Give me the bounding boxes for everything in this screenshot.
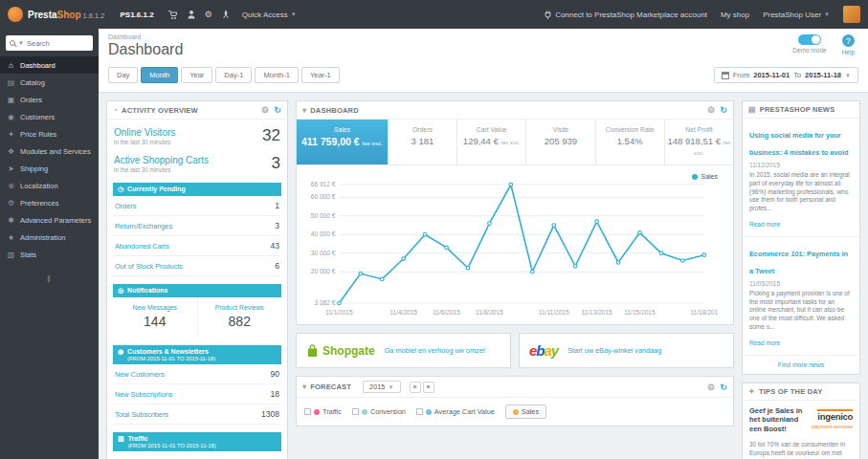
forecast-year-select[interactable]: 2015 ▼ [363, 381, 401, 393]
cart-icon[interactable] [167, 10, 178, 20]
modules-icon: ❖ [7, 147, 15, 156]
news-icon: ▤ [748, 105, 756, 114]
kpi-orders[interactable]: Orders 3 181 [389, 120, 457, 164]
sidebar-item-preferences[interactable]: ⚙Preferences [0, 194, 99, 211]
date-range-picker[interactable]: From2015-11-01 To2015-11-18 ▼ [714, 67, 858, 83]
module-promos: Shopgate Ga mobiel en verhoog uw omzet e… [296, 333, 734, 368]
shopgate-promo-card[interactable]: Shopgate Ga mobiel en verhoog uw omzet [296, 333, 511, 368]
filter-month-1-button[interactable]: Month-1 [255, 67, 299, 83]
sidebar: ▼ ⌂Dashboard ▤Catalog ▣Orders ◉Customers… [0, 29, 99, 459]
find-more-news-link[interactable]: Find more news [743, 356, 859, 374]
filter-day-1-button[interactable]: Day-1 [215, 67, 252, 83]
sidebar-item-orders[interactable]: ▣Orders [0, 91, 99, 108]
filter-month-button[interactable]: Month [141, 67, 178, 83]
news-title: PrestaShop News [760, 105, 835, 114]
kpi-visits[interactable]: Visits 205 939 [526, 120, 595, 164]
ebay-promo-card[interactable]: ebay Start uw eBay-winkel vandaag [519, 333, 734, 368]
forecast-traffic-toggle[interactable]: Traffic [304, 407, 342, 416]
quick-access-menu[interactable]: Quick Access ▼ [242, 11, 297, 19]
user-menu[interactable]: PrestaShop User ▼ [763, 11, 830, 19]
search-icon[interactable] [10, 40, 15, 46]
sidebar-item-modules[interactable]: ❖Modules and Services [0, 142, 99, 160]
shop-name-link[interactable]: PS1.6.1.2 [121, 11, 154, 19]
demo-mode-control[interactable]: Demo mode [792, 34, 826, 54]
legend-dot-icon [314, 409, 320, 415]
kpi-cart-value[interactable]: Cart Value 129,44 € tax exc. [457, 120, 526, 164]
sidebar-item-stats[interactable]: ▥Stats [0, 246, 99, 263]
customers-row-new-subscriptions[interactable]: New Subscriptions18 [113, 384, 281, 404]
ebay-cta-link[interactable]: Start uw eBay-winkel vandaag [568, 346, 661, 355]
new-messages-cell[interactable]: New Messages 144 [113, 297, 197, 338]
search-input[interactable] [27, 39, 84, 48]
gear-icon[interactable]: ⚙ [261, 105, 269, 115]
sidebar-item-customers[interactable]: ◉Customers [0, 108, 99, 125]
kpi-conversion-rate[interactable]: Conversion Rate 1.54% [596, 120, 665, 164]
kpi-sales[interactable]: Sales 411 759,00 € tax exc. [297, 120, 389, 164]
checkbox-icon[interactable] [304, 408, 311, 415]
sidebar-item-price-rules[interactable]: ✦Price Rules [0, 125, 99, 142]
refresh-icon[interactable]: ↻ [720, 382, 727, 392]
svg-text:11/11/2015: 11/11/2015 [539, 309, 569, 316]
dashboard-icon: ⌂ [7, 61, 15, 70]
breadcrumb[interactable]: Dashboard [108, 33, 858, 40]
sidebar-item-label: Localization [20, 182, 58, 190]
checkbox-icon[interactable] [416, 408, 423, 415]
gear-icon[interactable]: ⚙ [707, 105, 715, 115]
pending-row-out-of-stock[interactable]: Out of Stock Products6 [113, 256, 281, 276]
filter-year-button[interactable]: Year [181, 67, 212, 83]
my-shop-link[interactable]: My shop [721, 11, 749, 19]
chart-legend: Sales [692, 173, 718, 180]
help-icon[interactable]: ? [842, 34, 855, 47]
sidebar-item-administration[interactable]: ★Administration [0, 229, 99, 246]
profile-icon[interactable] [187, 10, 196, 19]
active-carts-link[interactable]: Active Shopping Carts [114, 155, 209, 165]
product-reviews-cell[interactable]: Product Reviews 882 [197, 297, 282, 338]
filter-year-1-button[interactable]: Year-1 [301, 67, 340, 83]
sidebar-collapse-toggle[interactable]: ‖ [0, 274, 99, 284]
sidebar-item-shipping[interactable]: ➤Shipping [0, 160, 99, 177]
kpi-net-profit[interactable]: Net Profit 148 918,51 € tax exc. [665, 120, 733, 164]
forecast-average-cart-value-toggle[interactable]: Average Cart Value [416, 407, 495, 416]
refresh-icon[interactable]: ↻ [274, 105, 281, 115]
pending-row-abandoned-carts[interactable]: Abandoned Carts43 [113, 236, 281, 256]
shopgate-cta-link[interactable]: Ga mobiel en verhoog uw omzet [385, 346, 485, 355]
news-article-title-link[interactable]: Ecommerce 101: Payments in a Tweet [749, 250, 848, 275]
customers-row-new-customers[interactable]: New Customers90 [113, 364, 281, 384]
sidebar-item-dashboard[interactable]: ⌂Dashboard [0, 56, 99, 74]
pending-row-returns[interactable]: Return/Exchanges3 [113, 216, 281, 236]
localization-icon: ⊕ [7, 182, 15, 190]
demo-mode-toggle[interactable] [798, 34, 821, 45]
marketplace-link[interactable]: Connect to PrestaShop Marketplace accoun… [544, 11, 707, 19]
rocket-icon[interactable] [221, 10, 231, 20]
shopping-bag-icon [306, 344, 319, 358]
read-more-link[interactable]: Read more [749, 339, 780, 346]
sidebar-item-label: Orders [20, 96, 42, 104]
user-avatar[interactable] [843, 6, 860, 23]
help-control[interactable]: ? Help [842, 34, 855, 55]
refresh-icon[interactable]: ↻ [720, 105, 727, 115]
google-analytics-link[interactable]: ⊕ Link to your Google Analytics account [113, 451, 281, 459]
news-article-title-link[interactable]: Using social media for your business: 4 … [749, 131, 848, 157]
forecast-conversion-toggle[interactable]: Conversion [352, 407, 406, 416]
prestashop-logo[interactable]: PrestaShop1.6.1.2 [8, 7, 105, 22]
pending-row-orders[interactable]: Orders1 [113, 196, 281, 216]
page-title: Dashboard [108, 41, 858, 58]
demo-mode-label: Demo mode [792, 47, 826, 54]
checkbox-icon[interactable] [352, 408, 359, 415]
sidebar-item-advanced-parameters[interactable]: ✱Advanced Parameters [0, 211, 99, 229]
quick-access-label: Quick Access [242, 11, 288, 19]
svg-text:50 000 €: 50 000 € [311, 212, 336, 219]
sidebar-item-localization[interactable]: ⊕Localization [0, 177, 99, 194]
sidebar-item-catalog[interactable]: ▤Catalog [0, 74, 99, 91]
read-more-link[interactable]: Read more [749, 221, 780, 228]
gear-icon[interactable]: ⚙ [707, 382, 715, 392]
prev-year-button[interactable]: « [410, 382, 421, 393]
filter-day-button[interactable]: Day [108, 67, 138, 83]
next-year-button[interactable]: » [423, 382, 434, 393]
svg-text:60 000 €: 60 000 € [311, 193, 336, 200]
forecast-sales-toggle[interactable]: Sales [505, 404, 546, 419]
online-visitors-link[interactable]: Online Visitors [114, 127, 175, 138]
tools-icon[interactable]: ⚙ [205, 10, 212, 19]
chevron-down-icon[interactable]: ▼ [18, 40, 24, 46]
customers-row-total-subscribers[interactable]: Total Subscribers1308 [113, 404, 281, 425]
